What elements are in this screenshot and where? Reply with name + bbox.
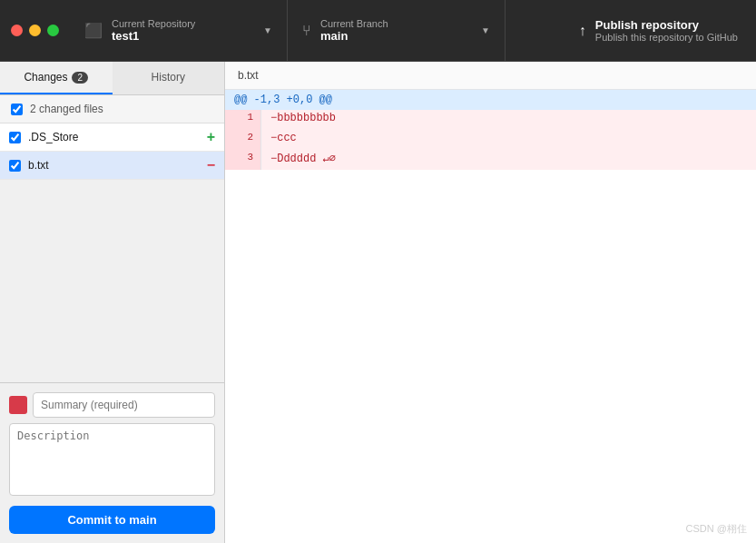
line-num-3: 3 [225,150,261,170]
summary-row [9,392,215,418]
commit-avatar [9,396,27,414]
description-input[interactable] [9,423,215,496]
branch-selector[interactable]: ⑂ Current Branch main ▼ [288,0,506,61]
commit-area: Commit to main [0,382,224,543]
maximize-button[interactable] [47,25,59,36]
branch-icon: ⑂ [302,23,311,39]
branch-name: main [320,29,388,43]
diff-line-1: 1 −bbbbbbbbb [225,110,756,130]
line-content-2: −ccc [261,130,756,150]
select-all-checkbox[interactable] [11,104,23,115]
ds-store-filename: .DS_Store [28,131,207,143]
tab-changes[interactable]: Changes 2 [0,62,113,94]
minimize-button[interactable] [29,25,41,36]
diff-filename: b.txt [225,62,756,90]
btxt-status-icon: − [207,157,215,173]
line-num-2: 2 [225,130,261,150]
branch-label: Current Branch [320,18,388,29]
ds-store-status-icon: + [207,129,215,145]
repo-icon: ⬛ [84,22,103,39]
changed-files-count: 2 changed files [30,103,103,115]
history-tab-label: History [152,71,185,84]
diff-line-3: 3 −Dddddd ↵⌀ [225,150,756,170]
repo-selector[interactable]: ⬛ Current Repository test1 ▼ [70,0,288,61]
main-layout: Changes 2 History 2 changed files .DS_St… [0,62,756,543]
list-item[interactable]: b.txt − [0,152,224,180]
btxt-filename: b.txt [28,159,207,172]
changes-count-badge: 2 [72,72,88,84]
publish-subtitle: Publish this repository to GitHub [595,32,738,43]
repo-label: Current Repository [112,18,195,29]
branch-text: Current Branch main [320,18,388,43]
list-item[interactable]: .DS_Store + [0,123,224,152]
left-panel: Changes 2 History 2 changed files .DS_St… [0,62,225,543]
close-button[interactable] [11,25,23,36]
repo-text: Current Repository test1 [112,18,195,43]
ds-store-checkbox[interactable] [9,132,21,143]
repo-name: test1 [112,29,195,43]
tabs: Changes 2 History [0,62,224,95]
publish-icon: ↑ [579,23,586,39]
commit-button[interactable]: Commit to main [9,506,215,534]
repo-chevron-icon: ▼ [263,25,272,35]
changes-tab-label: Changes [24,71,67,84]
line-num-1: 1 [225,110,261,130]
tab-history[interactable]: History [113,62,225,94]
branch-chevron-icon: ▼ [481,25,490,35]
file-list: .DS_Store + b.txt − [0,123,224,382]
line-content-1: −bbbbbbbbb [261,110,756,130]
line-content-3: −Dddddd ↵⌀ [261,150,756,170]
diff-line-2: 2 −ccc [225,130,756,150]
publish-button[interactable]: ↑ Publish repository Publish this reposi… [561,0,756,61]
traffic-lights [0,0,70,61]
publish-title: Publish repository [595,18,738,32]
right-panel: b.txt @@ -1,3 +0,0 @@ 1 −bbbbbbbbb 2 −cc… [225,62,756,543]
publish-text: Publish repository Publish this reposito… [595,18,738,43]
title-bar: ⬛ Current Repository test1 ▼ ⑂ Current B… [0,0,756,62]
diff-meta-row: @@ -1,3 +0,0 @@ [225,90,756,110]
changed-files-header: 2 changed files [0,95,224,123]
watermark: CSDN @栩住 [686,522,747,536]
summary-input[interactable] [33,392,215,418]
btxt-checkbox[interactable] [9,160,21,172]
diff-content: @@ -1,3 +0,0 @@ 1 −bbbbbbbbb 2 −ccc 3 −D… [225,90,756,543]
